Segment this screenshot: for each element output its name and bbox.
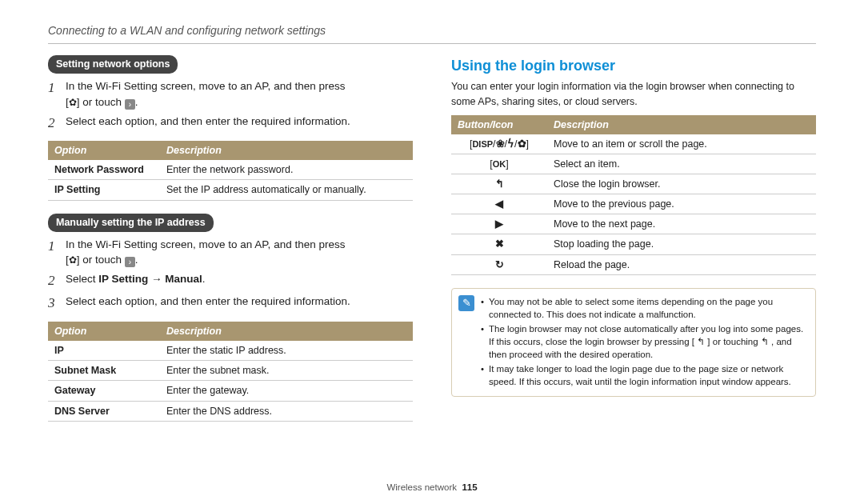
macro-icon: ❀ — [496, 138, 505, 150]
table-row: ✖ Stop loading the page. — [451, 234, 816, 254]
step-number: 3 — [48, 294, 66, 314]
note-item: You may not be able to select some items… — [481, 295, 807, 321]
flash-icon: ϟ — [507, 138, 514, 150]
step-text: Select IP Setting → Manual. — [66, 271, 413, 291]
step-number: 1 — [48, 237, 66, 268]
table-row: Network PasswordEnter the network passwo… — [48, 160, 413, 180]
footer-section: Wireless network — [386, 482, 457, 492]
step-text: In the Wi-Fi Setting screen, move to an … — [66, 237, 413, 268]
table-row: ◀ Move to the previous page. — [451, 194, 816, 214]
th-description: Description — [160, 322, 413, 341]
step-text: Select each option, and then enter the r… — [66, 294, 413, 314]
table-manual-ip: Option Description IPEnter the static IP… — [48, 322, 413, 422]
pill-network-options: Setting network options — [48, 55, 178, 74]
note-icon: ✎ — [458, 295, 474, 311]
chevron-right-icon: › — [125, 257, 135, 267]
page-header: Connecting to a WLAN and configuring net… — [48, 22, 816, 44]
th-description: Description — [160, 141, 413, 160]
section-description: You can enter your login information via… — [451, 79, 816, 108]
section-title: Using the login browser — [451, 55, 816, 76]
th-description: Description — [547, 115, 816, 134]
stop-icon: ✖ — [495, 238, 504, 250]
table-row: [DISP/❀/ϟ/✿] Move to an item or scroll t… — [451, 134, 816, 154]
step-number: 1 — [48, 78, 66, 110]
table-row: Subnet MaskEnter the subnet mask. — [48, 361, 413, 381]
step-text: In the Wi-Fi Setting screen, move to an … — [66, 78, 413, 110]
note-item: The login browser may not close automati… — [481, 322, 807, 361]
table-row: ▶ Move to the next page. — [451, 214, 816, 234]
note-list: You may not be able to select some items… — [481, 295, 807, 390]
chevron-right-icon: › — [125, 99, 135, 110]
steps-manual-ip: 1 In the Wi-Fi Setting screen, move to a… — [48, 237, 413, 314]
table-network-options: Option Description Network PasswordEnter… — [48, 141, 413, 200]
th-option: Option — [48, 322, 160, 341]
disp-icon: DISP — [472, 139, 493, 149]
table-row: ↻ Reload the page. — [451, 254, 816, 274]
table-row: GatewayEnter the gateway. — [48, 381, 413, 401]
reload-icon: ↻ — [495, 259, 504, 270]
back-icon: ↰ — [495, 178, 504, 190]
table-row: ↰ Close the login browser. — [451, 174, 816, 194]
table-row: DNS ServerEnter the DNS address. — [48, 401, 413, 421]
left-column: Setting network options 1 In the Wi-Fi S… — [48, 55, 413, 434]
note-item: It may take longer to load the login pag… — [481, 362, 807, 388]
flower-icon: ✿ — [69, 96, 77, 110]
page-footer: Wireless network 115 — [0, 481, 864, 494]
right-column: Using the login browser You can enter yo… — [451, 55, 816, 434]
pill-manual-ip: Manually setting the IP address — [48, 214, 214, 232]
triangle-left-icon: ◀ — [495, 198, 503, 210]
step-text: Select each option, and then enter the r… — [66, 114, 413, 134]
flower-icon: ✿ — [69, 254, 77, 267]
table-row: [OK] Select an item. — [451, 154, 816, 174]
table-row: IPEnter the static IP address. — [48, 341, 413, 361]
ok-icon: OK — [493, 159, 506, 169]
step-number: 2 — [48, 114, 66, 134]
page-number: 115 — [462, 482, 477, 492]
note-box: ✎ You may not be able to select some ite… — [451, 288, 816, 398]
timer-icon: ✿ — [518, 138, 526, 150]
steps-network-options: 1 In the Wi-Fi Setting screen, move to a… — [48, 78, 413, 133]
table-row: IP SettingSet the IP address automatical… — [48, 180, 413, 200]
th-option: Option — [48, 141, 160, 160]
th-button-icon: Button/Icon — [451, 115, 547, 134]
triangle-right-icon: ▶ — [495, 218, 503, 230]
table-login-browser: Button/Icon Description [DISP/❀/ϟ/✿] Mov… — [451, 115, 816, 275]
step-number: 2 — [48, 271, 66, 291]
